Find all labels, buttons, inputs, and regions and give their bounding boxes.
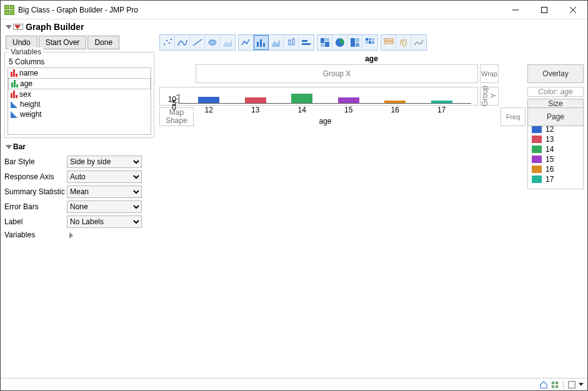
color-dropzone[interactable]: Color: age <box>527 87 584 97</box>
column-name: height <box>20 100 41 109</box>
column-name: age <box>20 79 32 88</box>
box-icon[interactable] <box>567 380 576 389</box>
line-of-fit-button[interactable] <box>190 35 205 50</box>
line-chart-button[interactable] <box>239 35 254 50</box>
svg-point-5 <box>209 40 216 45</box>
formula-chart-button[interactable]: f() <box>396 35 411 50</box>
graph-builder-header: Graph Builder <box>4 21 584 33</box>
columns-count-row[interactable]: 5 Columns <box>7 56 151 67</box>
legend-swatch <box>532 146 542 153</box>
home-icon[interactable] <box>539 380 548 389</box>
nominal-icon <box>11 91 17 98</box>
boxplot-button[interactable] <box>284 35 299 50</box>
bar-style-select[interactable]: Side by side <box>67 156 142 168</box>
error-bars-label: Error Bars <box>4 202 67 211</box>
contour-chart-button[interactable] <box>220 35 235 50</box>
svg-rect-20 <box>356 43 359 47</box>
legend-item[interactable]: 12 <box>532 125 579 134</box>
svg-rect-31 <box>556 381 558 384</box>
area-chart-button[interactable] <box>269 35 284 50</box>
bar-chart-button[interactable] <box>254 35 269 50</box>
svg-text:f(): f() <box>400 38 407 47</box>
chart-area: f() age Group X Wrap Overlay 0510 <box>159 33 584 128</box>
freq-dropzone[interactable]: Freq <box>501 107 526 126</box>
column-row-name[interactable]: name <box>8 68 151 78</box>
parallel-chart-button[interactable] <box>381 35 396 50</box>
x-tick-label: 17 <box>431 106 452 114</box>
columns-list[interactable]: nameagesexheightweight <box>7 67 151 135</box>
ellipse-chart-button[interactable] <box>205 35 220 50</box>
legend-label: 12 <box>546 125 554 134</box>
bar[interactable] <box>384 101 406 103</box>
map-chart-button[interactable] <box>411 35 426 50</box>
left-panel: Undo Start Over Done Variables 5 Columns… <box>4 33 154 239</box>
wrap-dropzone[interactable]: Wrap <box>480 64 499 83</box>
y-tick-label: 10 <box>168 95 176 104</box>
dropdown-icon[interactable] <box>579 383 584 386</box>
plot-canvas: 121314151617 age <box>179 94 471 104</box>
mosaic-chart-button[interactable] <box>317 35 332 50</box>
legend-item[interactable]: 17 <box>532 175 579 184</box>
column-row-weight[interactable]: weight <box>8 109 151 119</box>
svg-point-3 <box>168 42 169 44</box>
collapse-triangle-icon[interactable] <box>6 25 12 29</box>
variables-expand-button[interactable] <box>67 230 142 239</box>
summary-statistic-label: Summary Statistic <box>4 187 67 196</box>
bar[interactable] <box>291 94 312 103</box>
legend-label: 13 <box>546 135 554 144</box>
svg-rect-13 <box>321 38 324 43</box>
done-button[interactable]: Done <box>87 36 119 49</box>
legend-item[interactable]: 16 <box>532 165 579 174</box>
bar[interactable] <box>198 97 219 103</box>
page-dropzone[interactable]: Page <box>527 107 584 126</box>
svg-rect-11 <box>302 43 311 45</box>
group-x-dropzone[interactable]: Group X <box>196 64 478 83</box>
bar[interactable] <box>338 97 359 103</box>
plot-area[interactable]: 0510 121314151617 age <box>159 87 478 106</box>
legend-item[interactable]: 15 <box>532 155 579 164</box>
smoother-chart-button[interactable] <box>175 35 190 50</box>
column-row-height[interactable]: height <box>8 99 151 109</box>
legend-swatch <box>532 156 542 163</box>
error-bars-select[interactable]: None <box>67 200 142 213</box>
pie-chart-button[interactable] <box>332 35 347 50</box>
response-axis-label: Response Axis <box>4 172 67 181</box>
column-row-age[interactable]: age <box>8 78 151 89</box>
legend-swatch <box>532 176 542 183</box>
window-maximize-button[interactable] <box>530 1 559 19</box>
svg-rect-6 <box>257 42 259 47</box>
legend-item[interactable]: 14 <box>532 145 579 154</box>
start-over-button[interactable]: Start Over <box>39 36 87 49</box>
window-close-button[interactable] <box>559 1 587 19</box>
svg-rect-24 <box>366 41 368 44</box>
overlay-dropzone[interactable]: Overlay <box>527 64 584 83</box>
svg-rect-28 <box>384 42 393 44</box>
column-row-sex[interactable]: sex <box>8 89 151 99</box>
legend-swatch <box>532 126 542 133</box>
columns-count-label: 5 Columns <box>9 57 44 66</box>
svg-point-1 <box>163 44 164 45</box>
heatmap-button[interactable] <box>362 35 377 50</box>
label-select[interactable]: No Labels <box>67 215 142 228</box>
points-chart-button[interactable] <box>160 35 175 50</box>
group-y-dropzone[interactable]: Group Y <box>480 87 499 106</box>
summary-statistic-select[interactable]: Mean <box>67 186 142 198</box>
svg-rect-14 <box>321 44 324 47</box>
bar[interactable] <box>245 97 266 103</box>
continuous-icon <box>11 101 17 108</box>
section-title: Graph Builder <box>26 22 84 32</box>
response-axis-select[interactable]: Auto <box>67 171 142 183</box>
histogram-button[interactable] <box>299 35 314 50</box>
svg-rect-10 <box>292 39 294 45</box>
legend-item[interactable]: 13 <box>532 135 579 144</box>
collapse-triangle-icon <box>6 145 12 149</box>
window-minimize-button[interactable] <box>501 1 530 19</box>
treemap-button[interactable] <box>347 35 362 50</box>
red-triangle-menu[interactable] <box>13 24 23 30</box>
bar[interactable] <box>431 101 452 103</box>
continuous-icon <box>11 111 17 118</box>
svg-rect-30 <box>552 381 554 384</box>
bar-section-header[interactable]: Bar <box>4 141 154 153</box>
window-title: Big Class - Graph Builder - JMP Pro <box>18 6 501 14</box>
grid-icon[interactable] <box>551 380 559 389</box>
